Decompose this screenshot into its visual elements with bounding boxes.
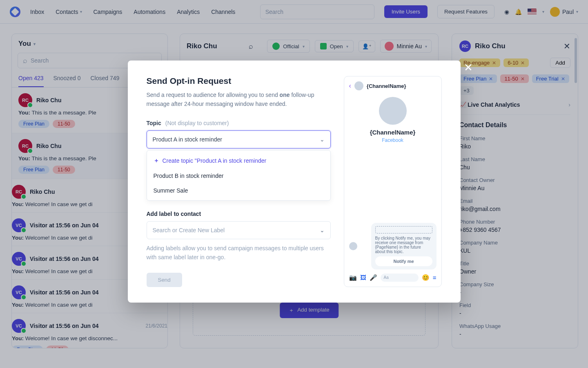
avatar-icon (379, 97, 407, 125)
preview-channel-name-big: {ChannelName} (349, 129, 437, 136)
preview-notify-button: Notify me (375, 256, 432, 266)
topic-label: Topic (147, 120, 161, 126)
label-section-label: Add label to contact (147, 211, 331, 217)
send-button[interactable]: Send (147, 273, 182, 287)
topic-dropdown: ＋ Create topic "Product A in stock remin… (147, 150, 331, 201)
preview-platform: Facebook (349, 137, 437, 143)
modal-subtitle: Send a request to audience for allowing … (147, 91, 331, 108)
preview-input: Aa (381, 274, 419, 282)
send-optin-modal: ✕ Send Opt-in Request Send a request to … (128, 61, 461, 303)
close-icon[interactable]: ✕ (464, 61, 473, 74)
mic-icon: 🎤 (370, 274, 377, 281)
label-help-text: Adding labels allow you to send campaign… (147, 244, 331, 262)
plus-icon: ＋ (154, 157, 159, 164)
topic-option[interactable]: Summer Sale (147, 183, 330, 198)
avatar-icon (354, 81, 363, 90)
preview-channel-name: {ChannelName} (367, 83, 406, 89)
avatar-icon (349, 242, 357, 250)
camera-icon: 📷 (349, 274, 357, 281)
chevron-down-icon: ⌄ (320, 227, 325, 233)
back-icon: ‹ (349, 82, 351, 90)
chevron-down-icon: ⌄ (320, 136, 325, 143)
topic-hint: (Not display to customer) (165, 120, 229, 126)
topic-combobox[interactable]: Product A in stock reminder ⌄ (147, 130, 331, 148)
preview-phone: ‹ {ChannelName} {ChannelName} Facebook B… (344, 76, 442, 287)
label-combobox[interactable]: Search or Create New Label ⌄ (147, 221, 331, 239)
topic-option[interactable]: Product B in stock reminder (147, 168, 330, 183)
image-icon: 🖼 (360, 274, 366, 281)
modal-title: Send Opt-in Request (147, 76, 331, 86)
modal-overlay[interactable]: ✕ Send Opt-in Request Send a request to … (0, 0, 588, 368)
create-topic-option[interactable]: ＋ Create topic "Product A in stock remin… (147, 153, 330, 168)
preview-message-bubble: By clicking Notify me, you may receive o… (371, 223, 437, 269)
menu-icon: ≡ (433, 274, 437, 281)
emoji-icon: 😊 (422, 274, 430, 281)
preview-blank-placeholder (375, 226, 432, 233)
